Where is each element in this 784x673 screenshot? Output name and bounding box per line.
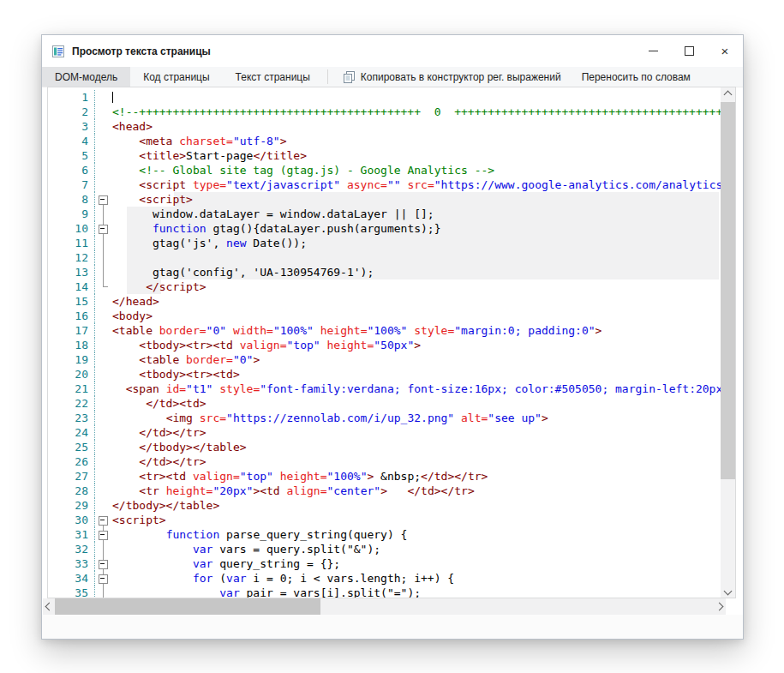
line-number: 12 — [48, 250, 95, 265]
collapse-icon[interactable] — [99, 531, 108, 540]
code-text: window.dataLayer = window.dataLayer || [… — [112, 207, 721, 221]
code-text: <tbody><tr><td valign="top" height="50px… — [112, 338, 721, 352]
fold-toggle[interactable] — [95, 527, 112, 542]
code-line: 35 var pair = vars[i].split("="); — [48, 586, 721, 598]
line-number: 2 — [48, 105, 95, 119]
line-number: 34 — [48, 571, 95, 586]
scroll-right-button[interactable] — [713, 598, 726, 615]
collapse-icon[interactable] — [99, 560, 108, 569]
code-line: 33 var query_string = {}; — [48, 556, 721, 571]
code-text: <script> — [112, 192, 721, 207]
page-text-icon — [51, 45, 65, 58]
chevron-right-icon — [715, 603, 724, 611]
code-text: </head> — [112, 294, 721, 309]
fold-toggle[interactable] — [95, 221, 112, 236]
collapse-icon[interactable] — [99, 195, 108, 205]
tab-page-code[interactable]: Код страницы — [130, 67, 222, 87]
word-wrap-toggle[interactable]: Переносить по словам — [572, 67, 701, 87]
line-number: 29 — [48, 498, 95, 513]
code-line: 19 <table border="0"> — [48, 352, 721, 367]
line-number: 4 — [48, 134, 95, 148]
line-number: 30 — [48, 513, 95, 527]
fold-toggle[interactable] — [95, 556, 112, 571]
code-line: 4 <meta charset="utf-8"> — [48, 134, 721, 148]
line-number: 11 — [48, 236, 95, 250]
code-line: 23 <img src="https://zennolab.com/i/up_3… — [48, 411, 721, 425]
vertical-scroll-thumb[interactable] — [721, 102, 735, 479]
fold-gutter — [95, 440, 112, 454]
line-number: 13 — [48, 265, 95, 279]
word-wrap-label: Переносить по словам — [582, 71, 691, 83]
window-title: Просмотр текста страницы — [72, 45, 211, 57]
fold-gutter — [95, 382, 112, 396]
close-button[interactable]: × — [707, 35, 743, 67]
tab-page-text[interactable]: Текст страницы — [223, 67, 323, 87]
code-text: var pair = vars[i].split("="); — [112, 586, 721, 598]
line-number: 5 — [48, 148, 95, 163]
line-number: 16 — [48, 309, 95, 323]
line-number: 3 — [48, 119, 95, 134]
code-line: 15</head> — [48, 294, 721, 309]
line-number: 17 — [48, 323, 95, 338]
code-line: 13 gtag('config', 'UA-130954769-1'); — [48, 265, 721, 279]
minimize-button[interactable] — [635, 35, 671, 67]
code-text: </td></tr> — [112, 454, 721, 469]
code-text: <tbody><tr><td> — [112, 367, 721, 382]
horizontal-scroll-thumb[interactable] — [55, 598, 320, 615]
code-line: 31 function parse_query_string(query) { — [48, 527, 721, 542]
code-line: 1 — [48, 90, 721, 105]
code-text — [112, 90, 721, 105]
horizontal-scrollbar[interactable] — [43, 598, 726, 615]
fold-gutter — [95, 396, 112, 411]
fold-gutter — [95, 338, 112, 352]
line-number: 18 — [48, 338, 95, 352]
fold-gutter — [95, 411, 112, 425]
copy-icon — [343, 70, 356, 83]
code-line: 22 </td><td> — [48, 396, 721, 411]
code-line: 12 — [48, 250, 721, 265]
fold-gutter — [95, 265, 112, 279]
toolbar-separator — [327, 69, 328, 84]
fold-gutter — [95, 454, 112, 469]
fold-toggle[interactable] — [95, 571, 112, 586]
copy-to-regex-button[interactable]: Копировать в конструктор рег. выражений — [332, 67, 572, 87]
code-line: 21 <span id="t1" style="font-family:verd… — [48, 382, 721, 396]
code-text: var vars = query.split("&"); — [112, 542, 721, 556]
line-number: 1 — [48, 90, 95, 105]
code-text: <title>Start-page</title> — [112, 148, 721, 163]
maximize-button[interactable] — [671, 35, 707, 67]
fold-toggle[interactable] — [95, 513, 112, 527]
fold-gutter — [95, 119, 112, 134]
code-text: for (var i = 0; i < vars.length; i++) { — [112, 571, 721, 586]
code-text: var query_string = {}; — [112, 556, 721, 571]
fold-gutter — [95, 367, 112, 382]
scroll-up-button[interactable] — [721, 87, 735, 101]
toolbar: DOM-модельКод страницыТекст страницы Коп… — [42, 67, 743, 87]
fold-gutter — [95, 148, 112, 163]
fold-gutter — [95, 105, 112, 119]
tab-dom-model[interactable]: DOM-модель — [42, 67, 130, 87]
code-line: 30<script> — [48, 513, 721, 527]
fold-gutter — [95, 498, 112, 513]
fold-gutter — [95, 236, 112, 250]
fold-gutter — [95, 469, 112, 484]
code-line: 28 <tr height="20px"><td align="center">… — [48, 484, 721, 498]
titlebar: Просмотр текста страницы × — [42, 35, 743, 67]
code-editor[interactable]: 12<!--++++++++++++++++++++++++++++++++++… — [47, 87, 736, 598]
scroll-down-button[interactable] — [721, 584, 735, 598]
code-text: <img src="https://zennolab.com/i/up_32.p… — [112, 411, 721, 425]
collapse-icon[interactable] — [99, 574, 108, 584]
code-line: 7 <script type="text/javascript" async="… — [48, 177, 721, 192]
collapse-icon[interactable] — [99, 225, 108, 234]
code-line: 5 <title>Start-page</title> — [48, 148, 721, 163]
scroll-left-button[interactable] — [43, 598, 56, 615]
fold-toggle[interactable] — [95, 192, 112, 207]
line-number: 23 — [48, 411, 95, 425]
collapse-icon[interactable] — [99, 516, 108, 526]
line-number: 9 — [48, 207, 95, 221]
line-number: 32 — [48, 542, 95, 556]
vertical-scrollbar[interactable] — [721, 87, 735, 598]
line-number: 27 — [48, 469, 95, 484]
code-text: function gtag(){dataLayer.push(arguments… — [112, 221, 721, 236]
code-line: 9 window.dataLayer = window.dataLayer ||… — [48, 207, 721, 221]
